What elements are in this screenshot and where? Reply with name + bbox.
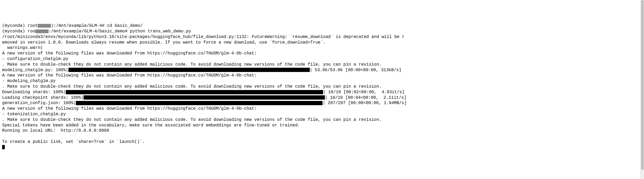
progress-label: modeling_chatglm.py: 100%|: [2, 68, 68, 73]
path: :/mnt/example/GLM-4/basic_demo#: [49, 29, 128, 34]
tokens-notice: Special tokens have been added in the vo…: [2, 123, 642, 128]
progress-line: Loading checkpoint shards: 100%|| 10/10 …: [2, 95, 642, 101]
prompt-line-2: (myconda) roo:/mnt/example/GLM-4/basic_d…: [2, 29, 642, 34]
warning-line: warnings.warn(: [2, 45, 642, 51]
progress-label: generation_config.json: 100%|: [2, 101, 76, 105]
user-host: root: [25, 23, 38, 28]
progress-line: modeling_chatglm.py: 100%|| 53.0k/53.0k …: [2, 67, 642, 73]
vertical-scrollbar[interactable]: [640, 0, 644, 179]
terminal-cursor: [2, 145, 5, 149]
redacted-hostname: [38, 24, 51, 28]
conda-env: (myconda): [2, 29, 25, 34]
progress-line: Downloading shards: 100%|| 10/10 [00:02<…: [2, 90, 642, 95]
progress-stats: | 53.0k/53.0k [00:00<00:00, 313kB/s]: [310, 68, 402, 73]
file-item: - tokenization_chatglm.py: [2, 112, 642, 117]
progress-bar: [66, 90, 323, 94]
progress-bar: [68, 68, 310, 72]
progress-label: Loading checkpoint shards: 100%|: [2, 95, 84, 100]
blank-line: [2, 134, 642, 139]
download-notice: A new version of the following files was…: [2, 106, 642, 112]
download-notice: A new version of the following files was…: [2, 73, 642, 78]
security-notice: . Make sure to double-check they do not …: [2, 84, 642, 90]
progress-stats: | 10/10 [00:04<00:00, 2.11it/s]: [325, 95, 406, 100]
security-notice: . Make sure to double-check they do not …: [2, 62, 642, 67]
server-url: Running on local URL: http://0.0.0.0:808…: [2, 128, 642, 134]
warning-line: /root/miniconda3/envs/myconda/lib/python…: [2, 34, 642, 40]
user-host: roo: [25, 29, 35, 34]
progress-bar: [84, 95, 325, 100]
share-hint: To create a public link, set `share=True…: [2, 139, 642, 145]
redacted-hostname: [35, 29, 49, 33]
terminal-output[interactable]: (myconda) root):/mnt/example/GLM-4# cd b…: [2, 23, 642, 150]
download-notice: A new version of the following files was…: [2, 51, 642, 56]
warning-line: emoved in version 1.0.0. Downloads alway…: [2, 40, 642, 45]
prompt-line-1: (myconda) root):/mnt/example/GLM-4# cd b…: [2, 23, 642, 29]
cursor-line: [2, 145, 642, 150]
progress-label: Downloading shards: 100%|: [2, 90, 66, 95]
file-item: - modeling_chatglm.py: [2, 78, 642, 84]
file-item: - configuration_chatglm.py: [2, 56, 642, 62]
progress-stats: | 10/10 [00:02<00:00, 4.93it/s]: [323, 90, 404, 95]
command: python trans_web_demo.py: [127, 29, 191, 34]
scrollbar-thumb[interactable]: [641, 0, 644, 170]
security-notice: . Make sure to double-check they do not …: [2, 117, 642, 123]
progress-line: generation_config.json: 100%|| 207/207 […: [2, 100, 642, 106]
conda-env: (myconda): [2, 23, 25, 28]
command: cd basic_demo/: [105, 23, 143, 28]
path: ):/mnt/example/GLM-4#: [51, 23, 105, 28]
progress-stats: | 207/207 [00:00<00:00, 1.94MB/s]: [323, 101, 407, 105]
progress-bar: [76, 101, 323, 105]
